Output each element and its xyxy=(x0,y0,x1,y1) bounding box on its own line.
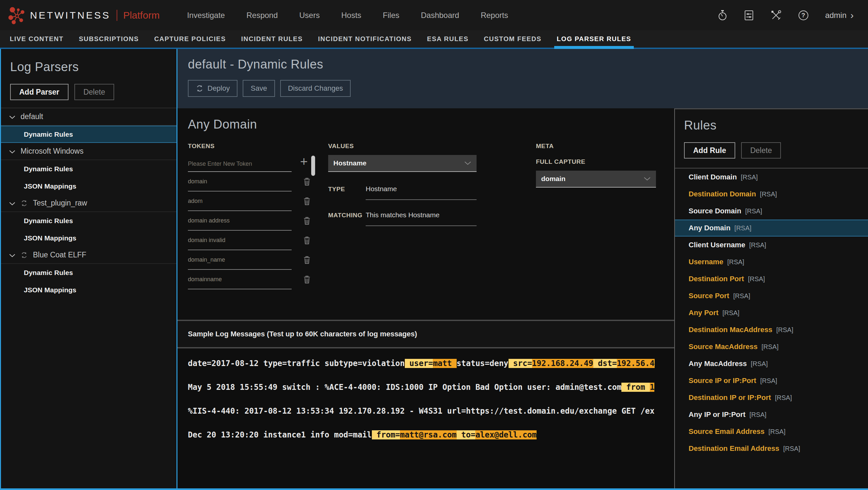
parser-group-test_plugin_raw[interactable]: Test_plugin_raw xyxy=(1,195,177,212)
topnav-item-hosts[interactable]: Hosts xyxy=(341,11,361,20)
delete-token-icon[interactable] xyxy=(303,275,311,284)
log-highlight: dst= xyxy=(593,359,617,368)
rule-destination-port[interactable]: Destination Port [RSA] xyxy=(675,271,868,287)
rule-source-port[interactable]: Source Port [RSA] xyxy=(675,287,868,304)
tab-capture-policies[interactable]: CAPTURE POLICIES xyxy=(154,30,226,48)
token-value[interactable]: domain_name xyxy=(188,250,291,270)
parser-child-json-mappings[interactable]: JSON Mappings xyxy=(1,229,177,247)
help-icon[interactable]: ? xyxy=(799,10,808,20)
token-value[interactable]: domain address xyxy=(188,211,291,231)
values-dropdown[interactable]: Hostname xyxy=(328,155,476,172)
parser-group-blue-coat-elff[interactable]: Blue Coat ELFF xyxy=(1,247,177,264)
tab-custom-feeds[interactable]: CUSTOM FEEDS xyxy=(484,30,541,48)
add-token-icon[interactable]: + xyxy=(300,156,308,167)
chevron-down-icon xyxy=(644,177,651,181)
preferences-icon[interactable] xyxy=(744,10,753,21)
parser-child-dynamic-rules[interactable]: Dynamic Rules xyxy=(1,264,177,281)
primary-nav: InvestigateRespondUsersHostsFilesDashboa… xyxy=(187,11,508,20)
parser-child-dynamic-rules[interactable]: Dynamic Rules xyxy=(1,126,177,143)
sample-log-textarea[interactable]: date=2017-08-12 type=traffic subtype=vio… xyxy=(178,348,674,488)
delete-token-icon[interactable] xyxy=(303,178,311,186)
type-value-field[interactable]: Hostname xyxy=(366,185,476,200)
rule-source-tag: [RSA] xyxy=(762,343,779,351)
rule-source-tag: [RSA] xyxy=(741,174,758,181)
parser-name: Blue Coat ELFF xyxy=(33,250,87,259)
save-button[interactable]: Save xyxy=(243,80,275,97)
rule-username[interactable]: Username [RSA] xyxy=(675,253,868,271)
log-highlight: matt xyxy=(433,359,456,368)
delete-token-icon[interactable] xyxy=(303,217,311,225)
rule-source-tag: [RSA] xyxy=(727,258,744,266)
rule-any-domain[interactable]: Any Domain [RSA] xyxy=(675,219,868,237)
rule-destination-ip-or-ip-port[interactable]: Destination IP or IP:Port [RSA] xyxy=(675,389,868,406)
timer-icon[interactable] xyxy=(718,10,727,21)
tools-icon[interactable] xyxy=(771,10,781,21)
token-value[interactable]: domain xyxy=(188,172,291,191)
main-panel: default - Dynamic Rules Deploy Save Disc… xyxy=(177,49,868,488)
rule-any-port[interactable]: Any Port [RSA] xyxy=(675,304,868,321)
topnav-item-investigate[interactable]: Investigate xyxy=(187,11,225,20)
rules-header: Rules Add Rule Delete xyxy=(675,109,868,158)
rule-name: Destination IP or IP:Port xyxy=(689,393,771,402)
tab-esa-rules[interactable]: ESA RULES xyxy=(427,30,468,48)
rule-destination-domain[interactable]: Destination Domain [RSA] xyxy=(675,186,868,203)
tokens-scrollbar-thumb[interactable] xyxy=(311,156,315,176)
tab-live-content[interactable]: LIVE CONTENT xyxy=(10,30,64,48)
matching-value-field[interactable]: This matches Hostname xyxy=(366,211,476,226)
rule-source-ip-or-ip-port[interactable]: Source IP or IP:Port [RSA] xyxy=(675,372,868,389)
deploy-button[interactable]: Deploy xyxy=(188,80,238,97)
delete-token-icon[interactable] xyxy=(303,256,311,264)
parser-child-json-mappings[interactable]: JSON Mappings xyxy=(1,281,177,299)
user-name: admin xyxy=(825,11,846,20)
add-rule-button[interactable]: Add Rule xyxy=(684,142,735,158)
chevron-down-icon xyxy=(9,112,15,121)
topnav-item-dashboard[interactable]: Dashboard xyxy=(421,11,459,20)
delete-rule-button[interactable]: Delete xyxy=(741,142,781,158)
delete-parser-button[interactable]: Delete xyxy=(74,84,114,100)
rule-client-domain[interactable]: Client Domain [RSA] xyxy=(675,169,868,186)
rule-source-tag: [RSA] xyxy=(760,377,777,385)
parser-child-json-mappings[interactable]: JSON Mappings xyxy=(1,178,177,195)
discard-changes-button[interactable]: Discard Changes xyxy=(280,80,351,97)
parser-group-microsoft-windows[interactable]: Microsoft Windows xyxy=(1,143,177,160)
token-value[interactable]: adom xyxy=(188,191,291,211)
token-value[interactable]: domainname xyxy=(188,270,291,289)
rule-destination-email-address[interactable]: Destination Email Address [RSA] xyxy=(675,440,868,457)
brand-separator xyxy=(117,10,118,21)
topnav-item-reports[interactable]: Reports xyxy=(481,11,508,20)
tab-log-parser-rules[interactable]: LOG PARSER RULES xyxy=(557,30,631,48)
brand: NETWITNESS Platform xyxy=(8,6,159,25)
user-menu[interactable]: admin › xyxy=(825,10,854,20)
delete-token-icon[interactable] xyxy=(303,236,311,245)
rule-any-ip-or-ip-port[interactable]: Any IP or IP:Port [RSA] xyxy=(675,406,868,423)
rule-destination-macaddress[interactable]: Destination MacAddress [RSA] xyxy=(675,321,868,338)
parser-group-default[interactable]: default xyxy=(1,108,177,126)
log-highlight: matt@rsa.com xyxy=(400,430,456,439)
topnav-item-respond[interactable]: Respond xyxy=(246,11,278,20)
topnav-item-files[interactable]: Files xyxy=(383,11,400,20)
rule-source-macaddress[interactable]: Source MacAddress [RSA] xyxy=(675,338,868,355)
add-parser-button[interactable]: Add Parser xyxy=(10,84,68,100)
new-token-input[interactable]: Please Enter New Token xyxy=(188,151,291,172)
rule-name: Destination MacAddress xyxy=(689,326,772,334)
rule-name: Any Domain xyxy=(689,224,730,232)
rule-source-tag: [RSA] xyxy=(748,275,765,283)
rules-list: Client Domain [RSA] Destination Domain [… xyxy=(675,168,868,488)
delete-token-icon[interactable] xyxy=(303,197,311,206)
full-capture-label: FULL CAPTURE xyxy=(536,158,656,165)
token-value[interactable]: domain invalid xyxy=(188,231,291,250)
log-highlight: to= xyxy=(457,430,475,439)
meta-column: META FULL CAPTURE domain xyxy=(536,143,656,289)
parser-child-dynamic-rules[interactable]: Dynamic Rules xyxy=(1,212,177,229)
topnav-item-users[interactable]: Users xyxy=(300,11,320,20)
rule-client-username[interactable]: Client Username [RSA] xyxy=(675,237,868,253)
rule-source-email-address[interactable]: Source Email Address [RSA] xyxy=(675,423,868,440)
parser-child-dynamic-rules[interactable]: Dynamic Rules xyxy=(1,160,177,178)
rule-any-macaddress[interactable]: Any MacAddress [RSA] xyxy=(675,355,868,372)
rule-name: Any MacAddress xyxy=(689,360,747,368)
tab-subscriptions[interactable]: SUBSCRIPTIONS xyxy=(79,30,139,48)
full-capture-dropdown[interactable]: domain xyxy=(536,171,656,188)
tab-incident-notifications[interactable]: INCIDENT NOTIFICATIONS xyxy=(318,30,412,48)
tab-incident-rules[interactable]: INCIDENT RULES xyxy=(241,30,303,48)
rule-source-domain[interactable]: Source Domain [RSA] xyxy=(675,203,868,219)
